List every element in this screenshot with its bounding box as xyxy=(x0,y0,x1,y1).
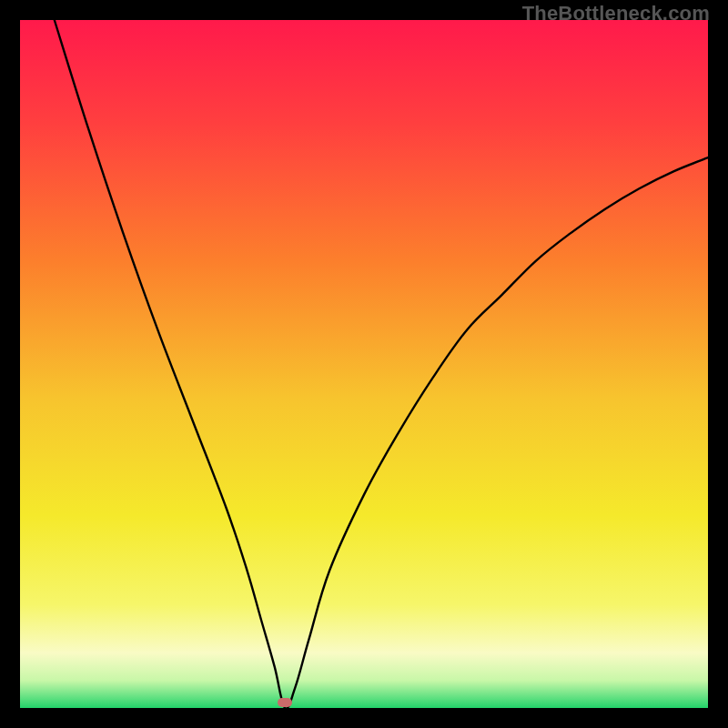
chart-frame: TheBottleneck.com xyxy=(0,0,728,728)
minimum-marker xyxy=(278,698,292,707)
curve-layer xyxy=(20,20,708,708)
watermark-text: TheBottleneck.com xyxy=(522,2,710,25)
bottleneck-curve xyxy=(55,20,708,709)
plot-area xyxy=(20,20,708,708)
